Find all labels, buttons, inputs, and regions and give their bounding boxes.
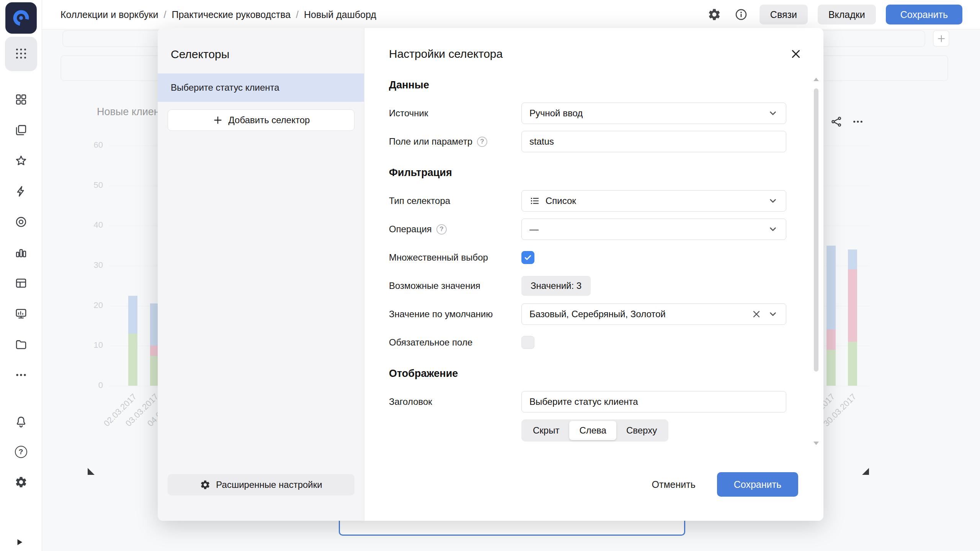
chevron-down-icon [768,224,778,235]
widget-relations-icon[interactable] [830,115,843,128]
chevron-down-icon [768,108,778,119]
default-value-select[interactable]: Базовый, Серебряный, Золотой [521,303,786,325]
values-count-chip[interactable]: Значений: 3 [521,276,591,296]
required-field-label: Обязательное поле [389,337,521,348]
charts-icon[interactable] [15,246,28,259]
more-icon[interactable] [15,368,28,381]
dialog-title: Настройки селектора [389,47,785,60]
operation-label: Операция ? [389,224,521,235]
close-icon[interactable] [785,43,807,65]
operation-select[interactable]: — [521,218,786,240]
info-button[interactable] [733,6,750,23]
widget-menu-icon[interactable] [851,115,864,128]
scroll-up-arrow[interactable] [813,78,819,81]
default-value-text: Базовый, Серебряный, Золотой [529,309,745,320]
section-data-title: Данные [389,79,789,91]
selector-type-select[interactable]: Список [521,190,786,212]
chevron-down-icon [768,309,778,320]
title-position-segmented: Скрыт Слева Сверху [521,419,668,442]
operation-label-text: Операция [389,224,432,235]
selector-list: Выберите статус клиента [158,73,364,102]
sidebar-footer-nav: ? [0,415,42,489]
multi-select-checkbox[interactable] [521,251,534,264]
title-label: Заголовок [389,396,521,407]
gear-icon [200,479,211,490]
breadcrumb-separator: / [164,9,167,20]
datalens-logo[interactable] [5,2,37,34]
title-input[interactable] [521,391,786,412]
app-root: ? Коллекции и воркбуки / Практические ру… [0,0,980,551]
title-row: Заголовок [389,391,789,412]
widget-resize-handle[interactable] [88,468,95,475]
selector-type-label: Тип селектора [389,196,521,206]
required-field-checkbox[interactable] [521,336,534,349]
add-selector-label: Добавить селектор [229,115,310,126]
scrollbar-thumb[interactable] [814,88,818,372]
relations-button[interactable]: Связи [760,5,808,24]
operation-help-icon[interactable]: ? [436,224,447,235]
folder-icon[interactable] [15,338,28,351]
sidebar: ? [0,0,42,551]
selector-list-item[interactable]: Выберите статус клиента [158,73,364,102]
add-selector-button[interactable]: Добавить селектор [168,109,354,131]
dialog-header: Настройки селектора [364,28,823,75]
field-help-icon[interactable]: ? [477,137,487,147]
breadcrumb: Коллекции и воркбуки / Практические руко… [60,9,706,20]
section-display-title: Отображение [389,368,789,380]
required-field-row: Обязательное поле [389,332,789,353]
selector-type-value: Список [546,196,762,206]
field-label: Поле или параметр ? [389,136,521,147]
advanced-settings-button[interactable]: Расширенные настройки [168,474,354,496]
dialog-footer: Отменить Сохранить [364,448,823,521]
breadcrumb-collections[interactable]: Коллекции и воркбуки [60,9,158,20]
selector-settings-dialog: Селекторы Выберите статус клиента Добави… [158,28,823,521]
breadcrumb-folder[interactable]: Практические руководства [172,9,291,20]
save-selector-button[interactable]: Сохранить [717,472,798,497]
dashboard-settings-button[interactable] [706,6,723,23]
settings-panel: Настройки селектора Данные Источник Ручн… [364,28,823,521]
breadcrumb-current: Новый дашборд [304,9,376,20]
selectors-panel: Селекторы Выберите статус клиента Добави… [158,28,364,521]
top-header: Коллекции и воркбуки / Практические руко… [42,0,980,29]
tabs-button[interactable]: Вкладки [818,5,876,24]
breadcrumb-separator: / [296,9,299,20]
check-icon [523,253,532,262]
tables-icon[interactable] [15,277,28,290]
list-icon [529,196,540,206]
bolt-icon[interactable] [15,185,28,198]
source-label: Источник [389,108,521,119]
position-left-segment[interactable]: Слева [569,421,616,440]
multi-select-row: Множественный выбор [389,247,789,268]
notifications-icon[interactable] [15,415,28,428]
apps-grid-icon[interactable] [15,47,28,60]
default-value-row: Значение по умолчанию Базовый, Серебряны… [389,303,789,325]
operation-value: — [529,224,762,235]
target-icon[interactable] [15,215,28,228]
chevron-down-icon [768,196,778,206]
plus-icon [212,115,223,126]
clear-icon[interactable] [751,308,762,320]
settings-scroll-area: Данные Источник Ручной ввод Поле или пар… [364,75,823,448]
widget-resize-handle[interactable] [862,468,869,475]
dialog-scrollbar[interactable] [813,78,820,445]
save-dashboard-button[interactable]: Сохранить [886,5,962,24]
possible-values-row: Возможные значения Значений: 3 [389,275,789,297]
position-hidden-segment[interactable]: Скрыт [523,421,569,440]
settings-icon[interactable] [15,476,28,489]
field-input[interactable] [521,131,786,152]
source-select[interactable]: Ручной ввод [521,103,786,124]
source-row: Источник Ручной ввод [389,103,789,124]
favorites-icon[interactable] [15,154,28,167]
position-top-segment[interactable]: Сверху [616,421,667,440]
header-actions: Связи Вкладки Сохранить [706,5,962,24]
default-value-label: Значение по умолчанию [389,309,521,320]
section-filtering-title: Фильтрация [389,167,789,179]
help-icon[interactable]: ? [15,446,27,458]
scroll-down-arrow[interactable] [813,442,819,445]
advanced-settings-label: Расширенные настройки [216,479,322,490]
expand-sidebar-button[interactable] [14,537,24,548]
dashboards-icon[interactable] [15,93,28,106]
collections-icon[interactable] [15,124,28,137]
presentation-icon[interactable] [15,307,28,320]
cancel-button[interactable]: Отменить [640,472,707,497]
